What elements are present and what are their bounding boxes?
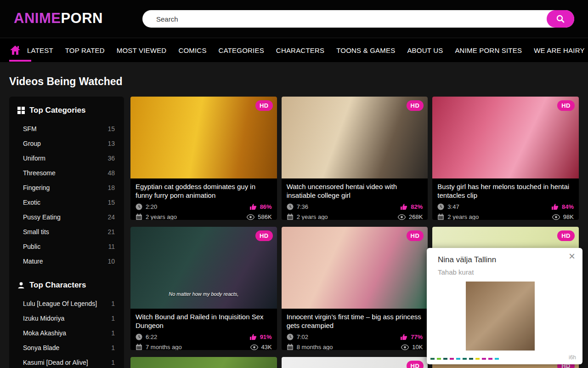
nav-item-most-viewed[interactable]: MOST VIEWED bbox=[111, 46, 173, 54]
logo-text-porn: PORN bbox=[61, 10, 103, 26]
character-count: 1 bbox=[111, 329, 115, 337]
nav-home[interactable] bbox=[9, 38, 21, 63]
close-icon[interactable]: × bbox=[566, 249, 578, 264]
category-item[interactable]: Small tits21 bbox=[17, 224, 116, 239]
category-item[interactable]: Uniform36 bbox=[17, 151, 116, 166]
clock-icon bbox=[136, 334, 142, 340]
nav-item-toons-games[interactable]: TOONS & GAMES bbox=[330, 46, 401, 54]
video-views: 43K bbox=[261, 344, 272, 350]
category-label: Public bbox=[23, 243, 40, 250]
header: ANIMEPORN bbox=[0, 0, 588, 38]
category-count: 21 bbox=[107, 228, 115, 236]
video-duration: 6:22 bbox=[146, 334, 157, 340]
video-views: 98K bbox=[563, 213, 574, 220]
category-item[interactable]: Mature10 bbox=[17, 254, 116, 269]
popup-title: Nina välja Tallinn bbox=[438, 255, 496, 264]
character-item[interactable]: Moka Akashiya1 bbox=[17, 326, 116, 340]
nav-item-comics[interactable]: COMICS bbox=[172, 46, 212, 54]
top-categories-title: Top Categories bbox=[29, 106, 85, 115]
nav-item-anime-porn-sites[interactable]: ANIME PORN SITES bbox=[449, 46, 528, 54]
site-logo[interactable]: ANIMEPORN bbox=[14, 10, 103, 27]
search-bar bbox=[142, 10, 574, 28]
video-card[interactable]: HD Busty girl has her melons touched in … bbox=[432, 97, 579, 220]
eye-icon bbox=[250, 345, 258, 350]
nav-item-we-are-hairy[interactable]: WE ARE HAIRY bbox=[528, 46, 588, 54]
video-card[interactable]: HD bbox=[282, 357, 428, 368]
thumbs-up-icon bbox=[249, 203, 257, 210]
category-label: Small tits bbox=[23, 228, 49, 236]
nav-item-latest[interactable]: LATEST bbox=[21, 46, 59, 54]
category-count: 24 bbox=[107, 213, 115, 221]
video-card[interactable] bbox=[130, 357, 277, 368]
nav-item-top-rated[interactable]: TOP RATED bbox=[59, 46, 111, 54]
calendar-icon bbox=[136, 213, 142, 220]
video-card[interactable]: HD Watch uncensored hentai video with in… bbox=[282, 97, 428, 220]
category-label: SFM bbox=[23, 125, 37, 132]
clock-icon bbox=[287, 334, 294, 340]
video-views: 10K bbox=[412, 344, 423, 350]
clock-icon bbox=[136, 203, 142, 210]
category-label: Fingering bbox=[23, 184, 50, 191]
popup-image[interactable] bbox=[466, 282, 535, 351]
video-thumbnail[interactable]: HD bbox=[282, 357, 428, 368]
calendar-icon bbox=[437, 213, 444, 220]
category-item[interactable]: Threesome48 bbox=[17, 166, 116, 180]
category-item[interactable]: Fingering18 bbox=[17, 180, 116, 195]
search-input[interactable] bbox=[142, 10, 574, 28]
video-thumbnail[interactable]: HD No matter how my body reacts, bbox=[130, 227, 277, 309]
character-label: Moka Akashiya bbox=[23, 329, 66, 337]
video-thumbnail[interactable]: HD bbox=[130, 97, 277, 178]
page: ANIMEPORN LATEST TOP RATED MOST VIEWED C… bbox=[0, 0, 588, 368]
popup-time-badge: i6h bbox=[569, 354, 576, 361]
top-characters-header: Top Characters bbox=[17, 281, 116, 290]
nav-item-about-us[interactable]: ABOUT US bbox=[401, 46, 449, 54]
hd-badge: HD bbox=[407, 230, 424, 241]
eye-icon bbox=[247, 214, 254, 220]
video-age: 8 months ago bbox=[297, 344, 333, 350]
video-likes: 84% bbox=[562, 203, 574, 210]
video-card[interactable]: HD Egyptian cat goddess dominates guy in… bbox=[130, 97, 277, 220]
video-thumbnail[interactable]: HD bbox=[282, 227, 428, 309]
category-item[interactable]: Pussy Eating24 bbox=[17, 210, 116, 224]
character-count: 1 bbox=[111, 359, 115, 366]
character-item[interactable]: Kasumi [Dead or Alive]1 bbox=[17, 355, 116, 368]
eye-icon bbox=[398, 214, 406, 220]
video-thumbnail[interactable]: HD bbox=[432, 97, 579, 178]
sidebar: Top Categories SFM15 Group13 Uniform36 T… bbox=[9, 97, 124, 368]
video-title[interactable]: Busty girl has her melons touched in hen… bbox=[437, 183, 574, 200]
top-categories-header: Top Categories bbox=[17, 106, 116, 115]
video-duration: 7:02 bbox=[297, 334, 308, 340]
search-icon bbox=[556, 14, 565, 23]
category-item[interactable]: Group13 bbox=[17, 136, 116, 151]
video-likes: 86% bbox=[260, 203, 272, 210]
video-title[interactable]: Egyptian cat goddess dominates guy in fu… bbox=[136, 183, 272, 200]
video-thumbnail[interactable]: HD bbox=[282, 97, 428, 178]
nav-item-categories[interactable]: CATEGORIES bbox=[213, 46, 270, 54]
hd-badge: HD bbox=[255, 230, 273, 241]
character-label: Izuku Midoriya bbox=[23, 315, 64, 322]
video-thumbnail[interactable] bbox=[130, 357, 277, 368]
character-item[interactable]: Lulu [League Of Legends]1 bbox=[17, 296, 116, 311]
video-title[interactable]: Witch Bound and Railed in Inquisition Se… bbox=[136, 313, 272, 330]
video-age: 7 months ago bbox=[146, 344, 182, 350]
character-item[interactable]: Izuku Midoriya1 bbox=[17, 311, 116, 326]
character-item[interactable]: Sonya Blade1 bbox=[17, 340, 116, 355]
nav-item-characters[interactable]: CHARACTERS bbox=[270, 46, 330, 54]
video-likes: 91% bbox=[260, 334, 272, 340]
category-count: 13 bbox=[107, 140, 115, 147]
page-title: Videos Being Watched bbox=[9, 75, 123, 88]
category-item[interactable]: Exotic15 bbox=[17, 195, 116, 210]
category-item[interactable]: SFM15 bbox=[17, 121, 116, 136]
grid-icon bbox=[17, 107, 25, 114]
video-card[interactable]: HD Innocent virgin’s first time – big as… bbox=[282, 227, 428, 350]
video-card[interactable]: HD No matter how my body reacts, Witch B… bbox=[130, 227, 277, 350]
category-count: 11 bbox=[108, 243, 115, 250]
video-views: 268K bbox=[409, 213, 423, 220]
search-button[interactable] bbox=[547, 10, 574, 28]
category-item[interactable]: Public11 bbox=[17, 239, 116, 254]
thumbnail-caption: No matter how my body reacts, bbox=[130, 291, 277, 297]
logo-text-anime: ANIME bbox=[14, 10, 61, 26]
video-title[interactable]: Watch uncensored hentai video with insat… bbox=[287, 183, 423, 200]
video-title[interactable]: Innocent virgin’s first time – big ass p… bbox=[287, 313, 423, 330]
category-label: Uniform bbox=[23, 155, 45, 162]
